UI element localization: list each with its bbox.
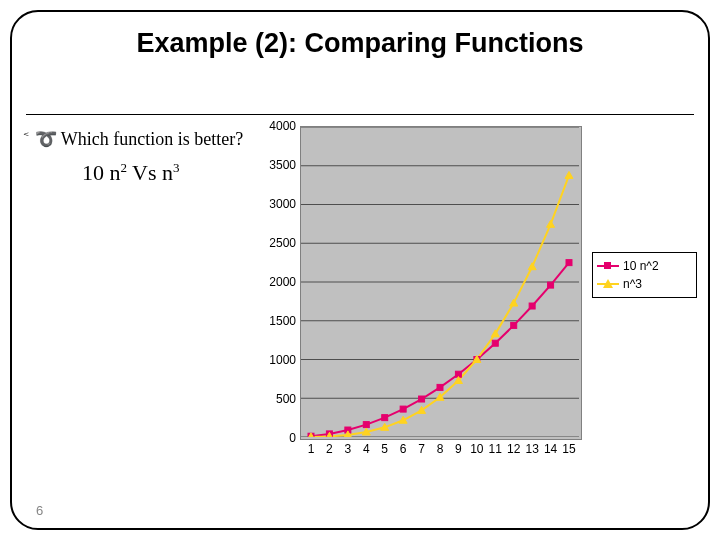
slide-title: Example (2): Comparing Functions bbox=[12, 28, 708, 59]
legend-label-s2: n^3 bbox=[623, 277, 642, 291]
svg-rect-13 bbox=[382, 415, 388, 421]
bullet-question: ➰ Which function is better? bbox=[30, 128, 243, 150]
svg-rect-15 bbox=[419, 396, 425, 402]
y-tick-label: 1000 bbox=[250, 353, 296, 367]
y-tick-label: 4000 bbox=[250, 119, 296, 133]
svg-marker-36 bbox=[528, 263, 536, 270]
cmp-a: 10 n bbox=[82, 160, 121, 185]
y-tick-label: 2500 bbox=[250, 236, 296, 250]
svg-rect-16 bbox=[437, 384, 443, 390]
x-tick-label: 5 bbox=[377, 442, 393, 456]
square-icon bbox=[604, 262, 611, 269]
slide-frame: Example (2): Comparing Functions ➰ Which… bbox=[10, 10, 710, 530]
title-underline bbox=[26, 114, 694, 115]
series-markers bbox=[307, 171, 573, 437]
x-tick-label: 12 bbox=[506, 442, 522, 456]
x-tick-label: 4 bbox=[358, 442, 374, 456]
x-tick-label: 9 bbox=[450, 442, 466, 456]
svg-rect-23 bbox=[566, 260, 572, 266]
legend-marker-s2 bbox=[597, 279, 619, 289]
slide-number: 6 bbox=[36, 503, 43, 518]
x-tick-label: 8 bbox=[432, 442, 448, 456]
legend-marker-s1 bbox=[597, 261, 619, 271]
x-tick-label: 6 bbox=[395, 442, 411, 456]
svg-rect-12 bbox=[363, 422, 369, 428]
x-tick-label: 11 bbox=[487, 442, 503, 456]
plot-svg bbox=[301, 127, 579, 437]
y-tick-label: 500 bbox=[250, 392, 296, 406]
svg-rect-19 bbox=[492, 340, 498, 346]
x-tick-label: 1 bbox=[303, 442, 319, 456]
svg-rect-21 bbox=[529, 303, 535, 309]
bullet-icon: ➰ bbox=[35, 129, 57, 149]
svg-marker-35 bbox=[510, 299, 518, 306]
x-tick-label: 7 bbox=[414, 442, 430, 456]
x-tick-label: 3 bbox=[340, 442, 356, 456]
y-tick-label: 3500 bbox=[250, 158, 296, 172]
bullet-text: Which function is better? bbox=[61, 129, 243, 149]
svg-rect-22 bbox=[548, 282, 554, 288]
triangle-icon bbox=[603, 279, 613, 288]
comparison-text: 10 n2 Vs n3 bbox=[82, 160, 180, 186]
svg-rect-20 bbox=[511, 322, 517, 328]
y-tick-label: 2000 bbox=[250, 275, 296, 289]
legend: 10 n^2 n^3 bbox=[592, 252, 697, 298]
x-tick-label: 13 bbox=[524, 442, 540, 456]
legend-label-s1: 10 n^2 bbox=[623, 259, 659, 273]
x-tick-label: 2 bbox=[321, 442, 337, 456]
y-tick-label: 1500 bbox=[250, 314, 296, 328]
legend-row-s1: 10 n^2 bbox=[597, 257, 692, 275]
x-tick-label: 15 bbox=[561, 442, 577, 456]
legend-row-s2: n^3 bbox=[597, 275, 692, 293]
cmp-b-exp: 3 bbox=[173, 160, 180, 175]
svg-rect-14 bbox=[400, 406, 406, 412]
cmp-vs: Vs n bbox=[127, 160, 173, 185]
y-tick-label: 0 bbox=[250, 431, 296, 445]
svg-marker-38 bbox=[565, 171, 573, 178]
chart: 05001000150020002500300035004000 1234567… bbox=[250, 120, 690, 480]
x-tick-label: 14 bbox=[543, 442, 559, 456]
x-tick-label: 10 bbox=[469, 442, 485, 456]
y-tick-label: 3000 bbox=[250, 197, 296, 211]
svg-marker-37 bbox=[547, 220, 555, 227]
